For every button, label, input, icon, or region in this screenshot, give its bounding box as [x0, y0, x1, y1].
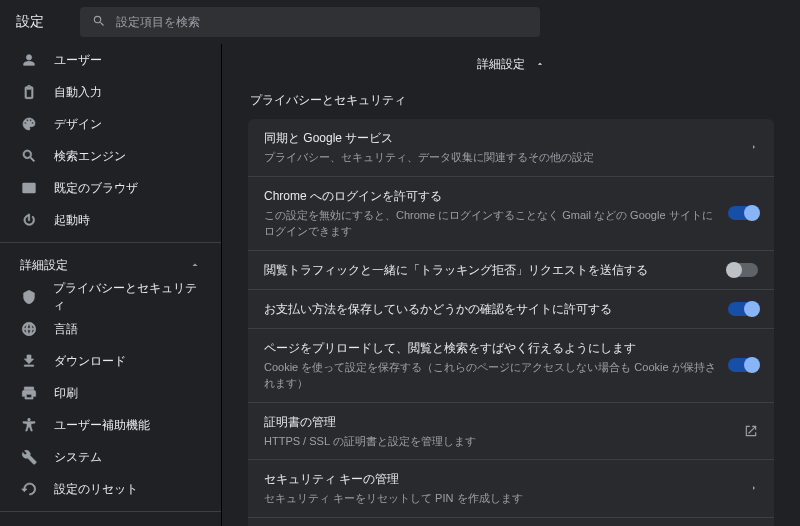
sidebar-item-user[interactable]: ユーザー	[0, 44, 221, 76]
sidebar-item-label: 設定のリセット	[54, 481, 138, 498]
chevron-right-icon	[750, 141, 758, 153]
download-icon	[20, 352, 38, 370]
settings-row[interactable]: お支払い方法を保存しているかどうかの確認をサイトに許可する	[248, 289, 774, 328]
sidebar-item-reset[interactable]: 設定のリセット	[0, 473, 221, 505]
search-box[interactable]	[80, 7, 540, 37]
shield-icon	[20, 288, 37, 306]
settings-row-subtitle: セキュリティ キーをリセットして PIN を作成します	[264, 490, 738, 507]
settings-row-title: ページをプリロードして、閲覧と検索をすばやく行えるようにします	[264, 339, 716, 357]
sidebar-item-label: 言語	[54, 321, 78, 338]
toggle-switch[interactable]	[728, 206, 758, 220]
sidebar-item-label: 印刷	[54, 385, 78, 402]
advanced-section-toggle[interactable]: 詳細設定	[248, 52, 774, 76]
settings-row[interactable]: 閲覧トラフィックと一緒に「トラッキング拒否」リクエストを送信する	[248, 250, 774, 289]
settings-row[interactable]: ページをプリロードして、閲覧と検索をすばやく行えるようにしますCookie を使…	[248, 328, 774, 402]
toggle-switch[interactable]	[728, 358, 758, 372]
sidebar-item-on-startup[interactable]: 起動時	[0, 204, 221, 236]
sidebar-extensions[interactable]: 拡張機能	[0, 518, 221, 526]
sidebar-item-label: 既定のブラウザ	[54, 180, 138, 197]
app-title: 設定	[16, 13, 44, 31]
sidebar: ユーザー 自動入力 デザイン 検索エンジン 既定のブラウザ 起動時 詳細設定	[0, 44, 222, 526]
sidebar-item-printing[interactable]: 印刷	[0, 377, 221, 409]
sidebar-item-label: デザイン	[54, 116, 102, 133]
settings-row-title: 証明書の管理	[264, 413, 732, 431]
search-icon	[92, 14, 106, 31]
clipboard-icon	[20, 83, 38, 101]
sidebar-item-label: プライバシーとセキュリティ	[53, 280, 201, 314]
main-content: 詳細設定 プライバシーとセキュリティ 同期と Google サービスプライバシー…	[222, 44, 800, 526]
chevron-up-icon	[535, 59, 545, 69]
settings-row[interactable]: Chrome へのログインを許可するこの設定を無効にすると、Chrome にログ…	[248, 176, 774, 250]
sidebar-advanced-label: 詳細設定	[20, 257, 68, 274]
settings-row-subtitle: HTTPS / SSL の証明書と設定を管理します	[264, 433, 732, 450]
settings-row[interactable]: 証明書の管理HTTPS / SSL の証明書と設定を管理します	[248, 402, 774, 460]
sidebar-item-label: システム	[54, 449, 102, 466]
sidebar-item-search-engine[interactable]: 検索エンジン	[0, 140, 221, 172]
sidebar-item-system[interactable]: システム	[0, 441, 221, 473]
settings-row-title: 閲覧トラフィックと一緒に「トラッキング拒否」リクエストを送信する	[264, 261, 716, 279]
divider	[0, 242, 221, 243]
chevron-right-icon	[750, 482, 758, 494]
browser-icon	[20, 179, 38, 197]
settings-row-title: セキュリティ キーの管理	[264, 470, 738, 488]
sidebar-item-label: 自動入力	[54, 84, 102, 101]
settings-row[interactable]: サイトの設定ウェブサイトに使用を許可する情報や、表示してもよいコンテンツを管理し…	[248, 517, 774, 527]
advanced-section-label: 詳細設定	[477, 56, 525, 73]
open-external-icon	[744, 424, 758, 438]
settings-row-subtitle: プライバシー、セキュリティ、データ収集に関連するその他の設定	[264, 149, 738, 166]
sidebar-item-autofill[interactable]: 自動入力	[0, 76, 221, 108]
globe-icon	[20, 320, 38, 338]
settings-row-subtitle: Cookie を使って設定を保存する（これらのページにアクセスしない場合も Co…	[264, 359, 716, 392]
divider	[0, 511, 221, 512]
restore-icon	[20, 480, 38, 498]
section-title-privacy: プライバシーとセキュリティ	[250, 92, 774, 109]
search-input[interactable]	[116, 15, 528, 29]
settings-row[interactable]: セキュリティ キーの管理セキュリティ キーをリセットして PIN を作成します	[248, 459, 774, 517]
sidebar-item-downloads[interactable]: ダウンロード	[0, 345, 221, 377]
sidebar-item-label: 検索エンジン	[54, 148, 126, 165]
sidebar-item-label: ダウンロード	[54, 353, 126, 370]
accessibility-icon	[20, 416, 38, 434]
sidebar-item-languages[interactable]: 言語	[0, 313, 221, 345]
search-icon	[20, 147, 38, 165]
settings-row-title: 同期と Google サービス	[264, 129, 738, 147]
svg-rect-0	[23, 183, 35, 192]
wrench-icon	[20, 448, 38, 466]
sidebar-item-label: ユーザー	[54, 52, 102, 69]
settings-row[interactable]: 同期と Google サービスプライバシー、セキュリティ、データ収集に関連するそ…	[248, 119, 774, 176]
sidebar-item-accessibility[interactable]: ユーザー補助機能	[0, 409, 221, 441]
power-icon	[20, 211, 38, 229]
privacy-settings-card: 同期と Google サービスプライバシー、セキュリティ、データ収集に関連するそ…	[248, 119, 774, 526]
print-icon	[20, 384, 38, 402]
settings-row-title: お支払い方法を保存しているかどうかの確認をサイトに許可する	[264, 300, 716, 318]
palette-icon	[20, 115, 38, 133]
sidebar-item-privacy[interactable]: プライバシーとセキュリティ	[0, 281, 221, 313]
toggle-switch[interactable]	[728, 302, 758, 316]
settings-row-subtitle: この設定を無効にすると、Chrome にログインすることなく Gmail などの…	[264, 207, 716, 240]
sidebar-item-label: 起動時	[54, 212, 90, 229]
sidebar-item-label: ユーザー補助機能	[54, 417, 150, 434]
sidebar-advanced-header[interactable]: 詳細設定	[0, 249, 221, 281]
chevron-up-icon	[189, 259, 201, 271]
toggle-switch[interactable]	[728, 263, 758, 277]
person-icon	[20, 51, 38, 69]
settings-row-title: Chrome へのログインを許可する	[264, 187, 716, 205]
sidebar-item-default-browser[interactable]: 既定のブラウザ	[0, 172, 221, 204]
sidebar-item-appearance[interactable]: デザイン	[0, 108, 221, 140]
